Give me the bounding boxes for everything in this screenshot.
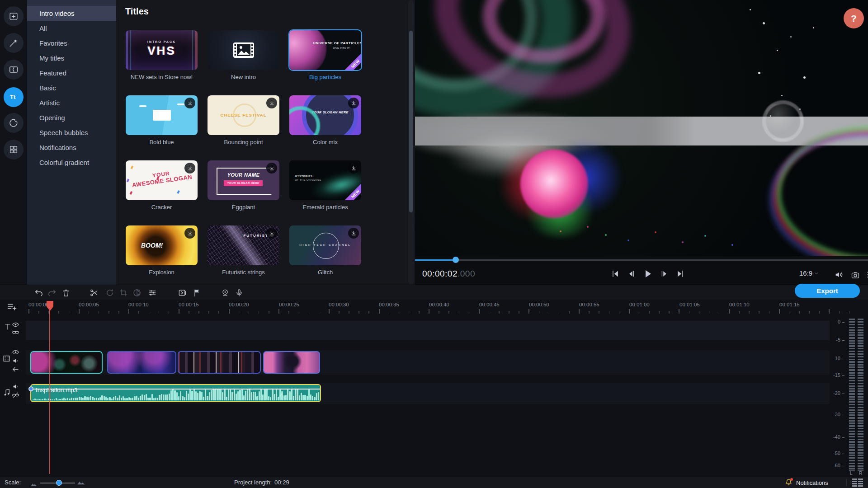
skip-to-start-button[interactable] xyxy=(609,267,622,280)
video-clip-1[interactable] xyxy=(30,351,103,374)
title-thumbnail[interactable]: CHEESE FESTIVAL xyxy=(208,95,279,135)
next-frame-button[interactable] xyxy=(658,267,670,280)
playhead-line[interactable] xyxy=(49,315,50,474)
category-opening[interactable]: Opening xyxy=(27,110,116,125)
download-button[interactable] xyxy=(184,163,195,174)
title-thumbnail[interactable]: YOUR SLOGAN HERE xyxy=(289,95,361,135)
timeline-ruler[interactable]: 00:00:00 00:00:05 00:00:10 00:00:15 00:0… xyxy=(0,300,868,315)
timeline-scale-handle[interactable] xyxy=(56,480,62,486)
download-button[interactable] xyxy=(348,163,359,174)
crop-button[interactable] xyxy=(118,287,129,299)
category-notifications[interactable]: Notifications xyxy=(27,140,116,155)
webcam-capture-button[interactable] xyxy=(219,287,231,299)
audio-meter-toggle-icon[interactable] xyxy=(852,479,863,488)
title-thumbnail[interactable]: FUTURISTIC xyxy=(208,225,279,265)
voice-record-button[interactable] xyxy=(233,287,245,299)
sidebar-tool-titles[interactable]: Tt xyxy=(4,87,24,107)
title-card-explosion[interactable]: BOOM! Explosion xyxy=(126,225,198,291)
video-clip-2[interactable] xyxy=(107,351,176,374)
title-card-big-particles[interactable]: UNIVERSE OF PARTICLES DIVE INTO IT! NEW … xyxy=(289,30,361,95)
category-favorites[interactable]: Favorites xyxy=(27,36,116,51)
category-speech-bubbles[interactable]: Speech bubbles xyxy=(27,125,116,140)
download-button[interactable] xyxy=(184,98,195,108)
title-card-eggplant[interactable]: YOUR NAME YOUR SLOGAN HERE Eggplant xyxy=(208,160,279,225)
play-button[interactable] xyxy=(642,267,654,280)
zoom-in-mountain-icon[interactable] xyxy=(77,479,85,487)
title-thumbnail[interactable]: BOOM! xyxy=(126,225,198,265)
title-card-bouncing-point[interactable]: CHEESE FESTIVAL Bouncing point xyxy=(208,95,279,160)
title-card-new-sets[interactable]: INTRO PACK VHS NEW sets in Store now! xyxy=(126,30,198,95)
delete-button[interactable] xyxy=(60,287,72,299)
seek-handle[interactable] xyxy=(453,257,459,263)
split-scissors-button[interactable] xyxy=(88,287,100,299)
title-card-glitch[interactable]: HIGH TECH CHANNEL Glitch xyxy=(289,225,361,291)
download-button[interactable] xyxy=(266,228,277,239)
seek-track[interactable] xyxy=(415,259,868,261)
download-button[interactable] xyxy=(184,228,195,239)
export-button[interactable]: Export xyxy=(795,284,860,298)
sidebar-tool-transitions[interactable] xyxy=(4,60,24,80)
download-button[interactable] xyxy=(266,163,277,174)
download-button[interactable] xyxy=(348,228,359,239)
title-card-bold-blue[interactable]: Bold blue xyxy=(126,95,198,160)
title-thumbnail[interactable]: UNIVERSE OF PARTICLES DIVE INTO IT! NEW xyxy=(289,30,361,70)
title-card-emerald-particles[interactable]: MYSTERIES OF THE UNIVERSE NEW Emerald pa… xyxy=(289,160,361,225)
preview-menu-kebab[interactable] xyxy=(862,268,868,281)
category-basic[interactable]: Basic xyxy=(27,80,116,95)
video-track-arrow-left-icon[interactable] xyxy=(12,366,19,373)
snapshot-camera-button[interactable] xyxy=(849,269,862,282)
help-button[interactable]: ? xyxy=(844,8,864,28)
skip-to-end-button[interactable] xyxy=(674,267,687,280)
title-thumbnail[interactable]: YOUR AWESOME SLOGAN xyxy=(126,160,198,200)
sidebar-tool-stickers[interactable] xyxy=(4,113,24,133)
title-thumbnail[interactable]: HIGH TECH CHANNEL xyxy=(289,225,361,265)
seek-bar[interactable] xyxy=(415,256,868,263)
redo-button[interactable] xyxy=(46,287,58,299)
insert-clip-button[interactable] xyxy=(176,287,188,299)
title-thumbnail[interactable]: YOUR NAME YOUR SLOGAN HERE xyxy=(208,160,279,200)
audio-volume-handle[interactable] xyxy=(28,386,33,391)
title-track-lane[interactable] xyxy=(26,321,830,340)
download-button[interactable] xyxy=(266,98,277,108)
clip-properties-button[interactable] xyxy=(146,287,158,299)
category-colorful-gradient[interactable]: Colorful gradient xyxy=(27,155,116,170)
titles-scrollbar[interactable] xyxy=(408,0,414,285)
audio-track-unlink-icon[interactable] xyxy=(12,391,19,399)
title-thumbnail[interactable] xyxy=(208,30,279,70)
title-track-visibility-eye-icon[interactable] xyxy=(12,321,19,328)
audio-track-mute-speaker-icon[interactable] xyxy=(12,383,19,390)
sidebar-tool-filters[interactable] xyxy=(4,33,24,53)
title-track-link-icon[interactable] xyxy=(12,328,19,336)
title-card-new-intro[interactable]: New intro xyxy=(208,30,279,95)
sidebar-tool-import[interactable] xyxy=(4,6,24,26)
video-clip-3[interactable] xyxy=(178,351,261,374)
track-manage-icon[interactable] xyxy=(6,301,18,313)
title-card-color-mix[interactable]: YOUR SLOGAN HERE Color mix xyxy=(289,95,361,160)
title-thumbnail[interactable]: MYSTERIES OF THE UNIVERSE NEW xyxy=(289,160,361,200)
marker-flag-button[interactable] xyxy=(191,287,203,299)
zoom-out-mountain-icon[interactable] xyxy=(31,481,37,488)
color-adjustments-button[interactable] xyxy=(131,287,143,299)
category-all[interactable]: All xyxy=(27,21,116,36)
category-artistic[interactable]: Artistic xyxy=(27,95,116,110)
category-intro-videos[interactable]: Intro videos xyxy=(27,6,116,21)
title-card-futuristic-strings[interactable]: FUTURISTIC Futuristic strings xyxy=(208,225,279,291)
video-track-mute-speaker-icon[interactable] xyxy=(12,357,19,365)
undo-button[interactable] xyxy=(33,287,45,299)
title-card-cracker[interactable]: YOUR AWESOME SLOGAN Cracker xyxy=(126,160,198,225)
notifications-button[interactable]: Notifications xyxy=(785,478,828,487)
volume-button[interactable] xyxy=(833,268,845,281)
category-my-titles[interactable]: My titles xyxy=(27,51,116,66)
previous-frame-button[interactable] xyxy=(625,267,638,280)
audio-clip-inspiration[interactable]: Inspiration.mp3 xyxy=(30,384,321,402)
video-clip-4[interactable] xyxy=(263,351,320,374)
title-thumbnail[interactable] xyxy=(126,95,198,135)
download-button[interactable] xyxy=(348,98,359,108)
aspect-ratio-select[interactable]: 16:9 xyxy=(799,269,819,277)
category-featured[interactable]: Featured xyxy=(27,66,116,80)
sidebar-tool-more[interactable] xyxy=(4,140,24,160)
scrollbar-thumb[interactable] xyxy=(409,31,413,212)
title-thumbnail[interactable]: INTRO PACK VHS xyxy=(126,30,198,70)
video-track-visibility-eye-icon[interactable] xyxy=(12,348,19,356)
rotate-button[interactable] xyxy=(104,287,116,299)
